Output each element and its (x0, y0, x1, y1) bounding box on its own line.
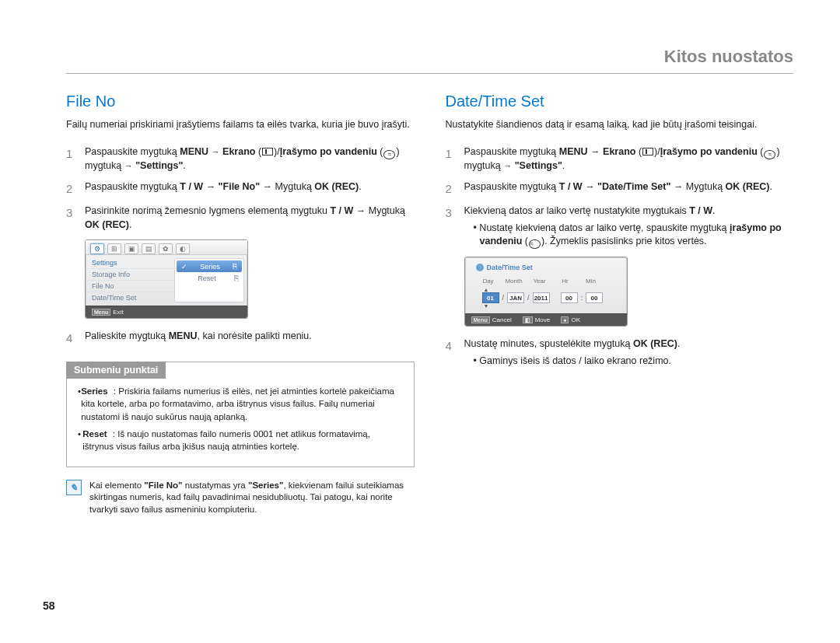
label-day: Day (479, 278, 498, 285)
menu-item-date-time-set: Date/Time Set (86, 292, 174, 303)
series-desc: : Priskiria failams numerius iš eilės, n… (81, 386, 394, 421)
file-no-step-3: 3 Pasirinkite norimą žemesnio lygmens el… (66, 204, 415, 232)
tab-settings-icon: ⚙ (90, 243, 104, 254)
text: Pasirinkite norimą žemesnio lygmens elem… (85, 205, 330, 216)
ekrano-label: Ekrano (220, 146, 256, 157)
arrow-up-icon: ▲ (479, 287, 616, 292)
text: Paspauskite mygtuką (85, 146, 180, 157)
step-number: 2 (446, 180, 457, 197)
underwater-label: Įrašymo po vandeniu (660, 146, 758, 157)
option-label: Reset (198, 274, 216, 282)
tab-icon: ✿ (159, 243, 173, 254)
step-number: 2 (66, 180, 77, 197)
left-column: File No Failų numeriai priskiriami įrašy… (66, 93, 415, 515)
date-time-step-1: 1 Paspauskite mygtuką MENU → Ekrano ()/Į… (446, 145, 794, 173)
text: ( (377, 146, 383, 157)
file-no-step-4: 4 Palieskite mygtuką MENU, kai norėsite … (66, 330, 415, 346)
label-month: Month (505, 278, 523, 285)
arrow-icon: → (203, 181, 218, 192)
field-month: JAN (507, 292, 524, 303)
tw-label: T / W (559, 181, 583, 192)
text: Mygtuką (369, 205, 405, 216)
okrec-label: OK (REC) (726, 181, 770, 192)
date-time-intro: Nustatykite šiandienos datą ir esamą lai… (446, 118, 794, 131)
reset-desc: : Iš naujo nustatomas failo numeris 0001… (82, 429, 370, 451)
date-time-step-3: 3 Kiekvieną datos ar laiko vertę nustaty… (446, 204, 794, 249)
settings-menu-screenshot: ⚙ ⊞ ▣ ▤ ✿ ◐ Settings Storage Info File N… (85, 239, 248, 319)
submenu-items-box: Submeniu punktai • Series : Priskiria fa… (66, 362, 415, 467)
footer-key: Menu (92, 309, 110, 316)
step-number: 4 (446, 337, 457, 368)
arrow-icon: → (503, 161, 512, 170)
settings-label: "Settings" (133, 160, 184, 171)
text: . (770, 181, 772, 192)
footer-key: ◧ (523, 316, 533, 323)
ekrano-label: Ekrano (603, 146, 635, 157)
settings-label: "Settings" (512, 160, 562, 171)
tw-label: T / W (330, 205, 353, 216)
text: . (129, 219, 131, 230)
text: Mygtuką (686, 181, 726, 192)
step-number: 1 (446, 145, 457, 173)
step-number: 3 (446, 204, 457, 249)
field-min: 00 (586, 292, 603, 303)
series-label: Series (81, 386, 108, 396)
submenu-list: ✓ Series ⎘ Reset ⎘ (174, 258, 244, 302)
menu-item-storage-info: Storage Info (86, 268, 174, 280)
text: "Series" (248, 481, 283, 490)
menu-label: MENU (180, 146, 208, 157)
menu-item-settings: Settings (86, 257, 174, 268)
underwater-label: Įrašymo po vandeniu (280, 146, 377, 157)
text: nustatymas yra (183, 481, 248, 490)
tw-label: T / W (180, 181, 203, 192)
field-hr: 00 (561, 292, 578, 303)
arrow-icon: → (212, 147, 220, 156)
date-time-screenshot: Date/Time Set Day Month Year Hr Min ▲ 01… (464, 257, 628, 327)
tab-icon: ⊞ (107, 243, 121, 254)
step4-sub-bullet: Gaminys išeis iš datos / laiko ekrano re… (474, 355, 794, 369)
text: . (359, 181, 361, 192)
text: )/ (654, 146, 660, 157)
text: . (183, 160, 185, 171)
step-number: 1 (66, 145, 77, 173)
page-number: 58 (43, 599, 55, 612)
footer-key: ● (561, 316, 569, 323)
chapter-title: Kitos nuostatos (66, 47, 793, 74)
arrow-icon: → (260, 181, 275, 192)
text: Nustatę kiekvieną datos ar laiko vertę, … (479, 222, 730, 233)
dt-fields: 01 / JAN / 2011 00 : 00 (479, 292, 616, 303)
footer-move: Move (535, 316, 551, 323)
text: . (562, 160, 565, 171)
text: Paspauskite mygtuką (464, 146, 559, 157)
label-min: Min (582, 278, 600, 285)
arrow-icon: → (670, 181, 685, 192)
section-heading-date-time: Date/Time Set (446, 93, 794, 110)
file-no-step-1: 1 Paspauskite mygtuką MENU → Ekrano ()/Į… (66, 145, 415, 173)
text: Paspauskite mygtuką (85, 181, 180, 192)
text: ( (635, 146, 642, 157)
field-year: 2011 (533, 292, 550, 303)
dt-title: Date/Time Set (476, 264, 616, 271)
text: . (677, 338, 680, 349)
text: Kai elemento (89, 481, 144, 490)
footer-cancel: Cancel (492, 316, 512, 323)
footer-label: Exit (113, 309, 123, 316)
date-time-step-2: 2 Paspauskite mygtuką T / W → "Date/Time… (446, 180, 794, 197)
label-year: Year (530, 278, 549, 285)
option-label: Series (200, 263, 220, 271)
fileno-label: "File No" (219, 181, 261, 192)
menu-label: MENU (169, 330, 198, 341)
label-hr: Hr (556, 278, 575, 285)
menu-item-file-no: File No (86, 280, 174, 292)
text: Palieskite mygtuką (85, 330, 169, 341)
footer-key: Menu (471, 316, 490, 323)
menu-label: MENU (559, 146, 588, 157)
check-icon: ✓ (181, 263, 187, 271)
dt-labels: Day Month Year Hr Min (476, 278, 616, 285)
okrec-label: OK (REC) (314, 181, 359, 192)
submenu-glyph: ⎘ (233, 262, 237, 271)
tab-icon: ◐ (176, 243, 190, 254)
text: Kiekvieną datos ar laiko vertę nustatyki… (464, 205, 690, 216)
submenu-glyph: ⎘ (234, 274, 239, 282)
underwater-icon: ≈ (529, 239, 541, 249)
